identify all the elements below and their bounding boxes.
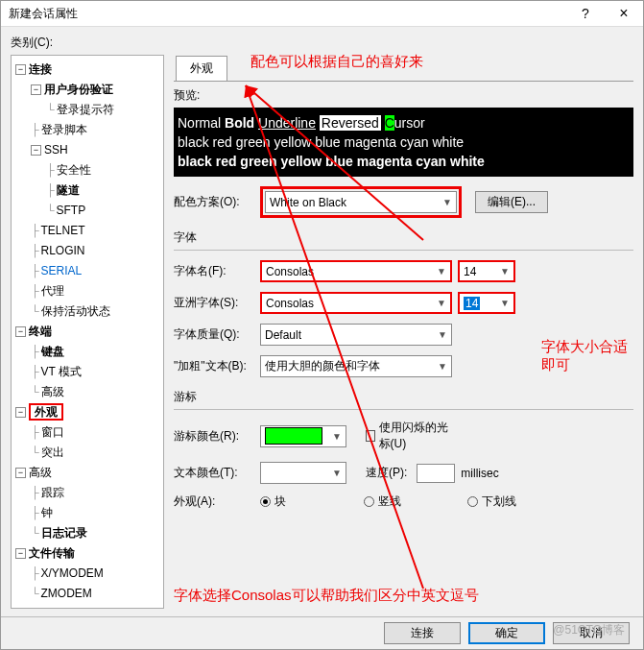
cursor-section-label: 游标 bbox=[174, 389, 633, 405]
tree-logging[interactable]: 日志记录 bbox=[41, 526, 87, 540]
preview-bold: Bold bbox=[225, 115, 254, 131]
asian-font-select[interactable]: Consolas ▼ bbox=[260, 292, 452, 314]
tree-window[interactable]: 窗口 bbox=[41, 425, 64, 439]
text-color-swatch bbox=[265, 465, 322, 482]
radio-icon bbox=[467, 496, 478, 507]
asian-font-size-value: 14 bbox=[464, 297, 480, 310]
speed-input[interactable] bbox=[417, 464, 455, 483]
tree-xymodem[interactable]: X/YMODEM bbox=[41, 566, 104, 580]
chevron-down-icon: ▼ bbox=[438, 361, 447, 372]
font-quality-row: 字体质量(Q): Default ▼ bbox=[174, 324, 633, 346]
help-button[interactable]: ? bbox=[566, 1, 605, 26]
tree-zmodem[interactable]: ZMODEM bbox=[41, 587, 92, 600]
tree-filetransfer[interactable]: 文件传输 bbox=[29, 546, 75, 560]
ok-button[interactable]: 确定 bbox=[468, 622, 545, 644]
tree-appearance[interactable]: 外观 bbox=[29, 403, 63, 421]
right-panel: 外观 配色可以根据自己的喜好来 预览: Normal Bold Underlin… bbox=[174, 55, 633, 609]
tree-tunnel[interactable]: 隧道 bbox=[57, 183, 80, 197]
text-color-label: 文本颜色(T): bbox=[174, 465, 260, 481]
color-scheme-select[interactable]: White on Black ▼ bbox=[265, 191, 457, 213]
preview-underline: Underline bbox=[258, 115, 316, 131]
expand-icon[interactable]: − bbox=[15, 326, 26, 337]
edit-scheme-button[interactable]: 编辑(E)... bbox=[475, 191, 548, 213]
asian-font-size-select[interactable]: 14 ▼ bbox=[458, 292, 515, 314]
cursor-shape-row: 外观(A): 块 竖线 下划线 bbox=[174, 494, 633, 510]
close-button[interactable]: × bbox=[605, 1, 643, 26]
expand-icon[interactable]: − bbox=[31, 84, 41, 95]
chevron-down-icon: ▼ bbox=[500, 266, 510, 277]
preview-normal: Normal bbox=[178, 115, 221, 131]
chevron-down-icon: ▼ bbox=[332, 468, 342, 478]
shape-block-radio[interactable]: 块 bbox=[260, 494, 346, 510]
tree-connection[interactable]: 连接 bbox=[29, 62, 52, 76]
tree-userauth[interactable]: 用户身份验证 bbox=[44, 83, 113, 96]
expand-icon[interactable]: − bbox=[15, 548, 26, 559]
tree-advanced1[interactable]: 高级 bbox=[41, 385, 64, 398]
font-quality-label: 字体质量(Q): bbox=[174, 326, 260, 343]
titlebar-buttons: ? × bbox=[566, 1, 643, 26]
tree-bell[interactable]: 钟 bbox=[41, 506, 53, 519]
preview-cursor-c: C bbox=[385, 115, 394, 131]
tree-rlogin[interactable]: RLOGIN bbox=[41, 244, 85, 257]
speed-unit: millisec bbox=[461, 467, 498, 480]
tree-trace[interactable]: 跟踪 bbox=[41, 486, 64, 499]
shape-underline-radio[interactable]: 下划线 bbox=[467, 494, 554, 510]
tree-highlight[interactable]: 突出 bbox=[41, 445, 64, 459]
cancel-button[interactable]: 取消 bbox=[553, 622, 630, 644]
preview-cursor-rest: ursor bbox=[394, 115, 425, 131]
chevron-down-icon: ▼ bbox=[500, 298, 510, 308]
tree-sftp[interactable]: SFTP bbox=[57, 204, 86, 217]
expand-icon[interactable]: − bbox=[15, 407, 26, 418]
tab-appearance[interactable]: 外观 bbox=[176, 56, 227, 81]
tree-loginscript[interactable]: 登录脚本 bbox=[41, 123, 87, 136]
cursor-color-label: 游标颜色(R): bbox=[174, 428, 260, 445]
scheme-label: 配色方案(O): bbox=[174, 194, 260, 210]
font-size-select[interactable]: 14 ▼ bbox=[458, 260, 515, 282]
annotation-bottom: 字体选择Consolas可以帮助我们区分中英文逗号 bbox=[174, 587, 479, 605]
chevron-down-icon: ▼ bbox=[438, 329, 447, 340]
annotation-top: 配色可以根据自己的喜好来 bbox=[250, 53, 423, 71]
category-tree[interactable]: −连接 −用户身份验证 └登录提示符 ├登录脚本 −SSH ├安全性 ├隧道 bbox=[11, 55, 164, 609]
tree-ssh[interactable]: SSH bbox=[44, 143, 68, 156]
font-size-value: 14 bbox=[464, 265, 476, 278]
tree-keyboard[interactable]: 键盘 bbox=[41, 345, 64, 358]
tree-serial[interactable]: SERIAL bbox=[41, 264, 83, 277]
tree-vtmode[interactable]: VT 模式 bbox=[41, 365, 82, 378]
tree-terminal[interactable]: 终端 bbox=[29, 325, 52, 338]
tree-loginprompt[interactable]: 登录提示符 bbox=[57, 103, 114, 116]
font-name-select[interactable]: Consolas ▼ bbox=[260, 260, 452, 282]
chevron-down-icon: ▼ bbox=[332, 431, 342, 442]
expand-icon[interactable]: − bbox=[15, 468, 26, 478]
category-label: 类别(C): bbox=[11, 35, 633, 51]
cursor-color-select[interactable]: ▼ bbox=[260, 425, 346, 447]
connect-button[interactable]: 连接 bbox=[384, 622, 461, 644]
font-bold-value: 使用大胆的颜色和字体 bbox=[265, 358, 380, 374]
font-name-label: 字体名(F): bbox=[174, 263, 260, 279]
chevron-down-icon: ▼ bbox=[437, 298, 446, 308]
preview-colors-bold: black red green yellow blue magenta cyan… bbox=[178, 152, 630, 171]
expand-icon[interactable]: − bbox=[15, 64, 26, 75]
tree-keepalive[interactable]: 保持活动状态 bbox=[41, 304, 110, 318]
radio-icon bbox=[260, 496, 271, 507]
asian-font-label: 亚洲字体(S): bbox=[174, 295, 260, 311]
shape-vertical-radio[interactable]: 竖线 bbox=[364, 494, 450, 510]
use-blink-checkbox[interactable]: 使用闪烁的光标(U) bbox=[366, 420, 452, 452]
tree-security[interactable]: 安全性 bbox=[57, 163, 91, 177]
font-name-row: 字体名(F): Consolas ▼ 14 ▼ bbox=[174, 260, 633, 282]
font-quality-select[interactable]: Default ▼ bbox=[260, 324, 452, 346]
tree-advanced2[interactable]: 高级 bbox=[29, 466, 52, 479]
titlebar: 新建会话属性 ? × bbox=[1, 1, 643, 27]
speed-label: 速度(P): bbox=[366, 465, 407, 481]
font-bold-row: "加粗"文本(B): 使用大胆的颜色和字体 ▼ bbox=[174, 355, 633, 377]
expand-icon[interactable]: − bbox=[31, 145, 41, 156]
tree-proxy[interactable]: 代理 bbox=[41, 284, 64, 298]
asian-font-row: 亚洲字体(S): Consolas ▼ 14 ▼ bbox=[174, 292, 633, 314]
tree-telnet[interactable]: TELNET bbox=[41, 224, 85, 237]
checkbox-icon bbox=[366, 430, 375, 442]
chevron-down-icon: ▼ bbox=[437, 266, 446, 277]
scheme-highlight: White on Black ▼ bbox=[260, 186, 462, 218]
font-quality-value: Default bbox=[265, 328, 301, 342]
text-color-select[interactable]: ▼ bbox=[260, 462, 346, 484]
preview-label: 预览: bbox=[174, 87, 633, 104]
font-bold-select[interactable]: 使用大胆的颜色和字体 ▼ bbox=[260, 355, 452, 377]
